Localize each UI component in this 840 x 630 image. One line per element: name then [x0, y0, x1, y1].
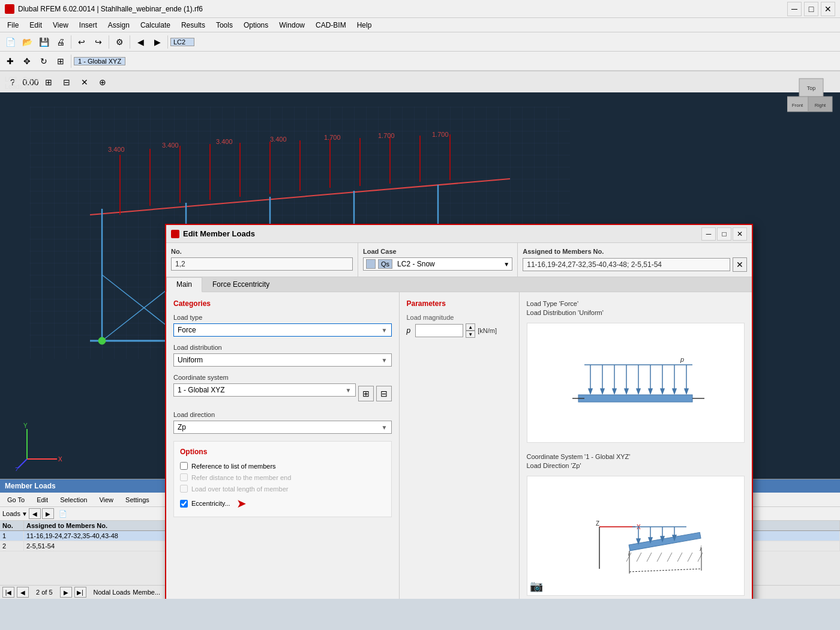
svg-marker-57 — [637, 389, 640, 394]
dialog-fields-row: No. Load Case Qs LC2 - Snow ▼ — [166, 243, 752, 277]
menu-tools[interactable]: Tools — [211, 20, 238, 31]
tb-zoom-all[interactable]: ⊞ — [53, 53, 68, 69]
load-type-arrow: ▼ — [382, 327, 388, 334]
tb-new[interactable]: 📄 — [2, 34, 18, 50]
load-dist-label: Load distribution — [173, 344, 392, 351]
tb-redo[interactable]: ↪ — [91, 34, 106, 50]
tb-lc-next[interactable]: ▶ — [149, 34, 165, 50]
spin-btns: ▲ ▼ — [466, 323, 475, 338]
svg-marker-59 — [649, 389, 652, 394]
load-over-checkbox — [180, 485, 188, 493]
eccentricity-label: Eccentricity... — [191, 500, 230, 507]
assigned-members-input[interactable] — [523, 258, 730, 271]
load-dir-select[interactable]: Zp ▼ — [173, 421, 392, 434]
menu-help[interactable]: Help — [352, 20, 377, 31]
clear-members-btn[interactable]: ✕ — [733, 257, 747, 272]
no-input[interactable] — [171, 257, 353, 271]
svg-marker-55 — [625, 389, 628, 394]
coord-sys-select[interactable]: 1 - Global XYZ ▼ — [173, 383, 356, 397]
coord-system-select[interactable]: 1 - Global XYZ — [74, 57, 125, 65]
svg-text:p: p — [680, 356, 684, 363]
tb-undo[interactable]: ↩ — [74, 34, 89, 50]
tb-select[interactable]: ✚ — [2, 53, 18, 69]
param-p: p — [407, 326, 411, 335]
coord-sys-btn1[interactable]: ⊞ — [358, 386, 374, 401]
load-case-select[interactable]: Qs LC2 - Snow ▼ — [363, 257, 512, 271]
minimize-button[interactable]: ─ — [787, 2, 802, 16]
title-bar-text: Dlubal RFEM 6.02.0014 | Stahlhalle_webin… — [18, 5, 203, 13]
dialog-title: Edit Member Loads — [171, 229, 255, 238]
menu-calculate[interactable]: Calculate — [136, 20, 175, 31]
menu-cad-bim[interactable]: CAD-BIM — [311, 20, 351, 31]
info-line4: Load Direction 'Zp' — [527, 461, 745, 470]
svg-line-94 — [629, 569, 701, 572]
categories-header: Categories — [173, 299, 392, 308]
menu-file[interactable]: File — [2, 20, 23, 31]
direction-svg: Z X — [551, 491, 719, 581]
load-type-label: Load type — [173, 314, 392, 321]
menu-assign[interactable]: Assign — [103, 20, 134, 31]
spin-down[interactable]: ▼ — [466, 331, 475, 338]
refer-dist-checkbox — [180, 473, 188, 481]
toolbar-2: ✚ ✥ ↻ ⊞ 1 - Global XYZ — [0, 52, 840, 71]
tb-save[interactable]: 💾 — [36, 34, 52, 50]
sep5 — [71, 55, 71, 68]
red-arrow-icon: ➤ — [236, 496, 247, 511]
assigned-members-group: Assigned to Members No. ✕ — [518, 243, 752, 277]
menu-view[interactable]: View — [48, 20, 73, 31]
tb-print[interactable]: 🖨 — [53, 34, 68, 50]
maximize-button[interactable]: □ — [804, 2, 818, 16]
coord-sys-arrow: ▼ — [346, 387, 352, 394]
sep1 — [71, 35, 71, 49]
tb-lc-prev[interactable]: ◀ — [133, 34, 148, 50]
tb-rotate[interactable]: ↻ — [36, 53, 52, 69]
svg-line-90 — [688, 553, 692, 562]
menu-results[interactable]: Results — [176, 20, 210, 31]
coord-sys-btn2[interactable]: ⊟ — [376, 386, 392, 401]
load-dist-value: Uniform — [178, 356, 382, 364]
tb-open[interactable]: 📂 — [19, 34, 35, 50]
info-line2: Load Distribution 'Uniform' — [527, 308, 745, 317]
camera-icon[interactable]: 📷 — [530, 580, 543, 593]
title-bar-left: Dlubal RFEM 6.02.0014 | Stahlhalle_webin… — [5, 4, 203, 14]
no-label: No. — [171, 248, 353, 255]
ref-to-list-checkbox[interactable] — [180, 462, 188, 470]
param-p-input[interactable] — [415, 324, 463, 337]
dialog-controls[interactable]: ─ □ ✕ — [701, 227, 747, 241]
param-unit: [kN/m] — [478, 327, 497, 334]
title-bar-controls[interactable]: ─ □ ✕ — [787, 2, 835, 16]
tab-main[interactable]: Main — [166, 277, 202, 292]
force-diagram: p — [527, 323, 745, 443]
coord-sys-row: 1 - Global XYZ ▼ ⊞ ⊟ — [173, 383, 392, 404]
load-over-label: Load over total length of member — [191, 485, 288, 493]
menu-options[interactable]: Options — [239, 20, 273, 31]
load-type-select[interactable]: Force ▼ — [173, 323, 392, 337]
close-button[interactable]: ✕ — [821, 2, 835, 16]
svg-rect-47 — [578, 395, 692, 402]
load-dist-select[interactable]: Uniform ▼ — [173, 353, 392, 367]
menu-bar: File Edit View Insert Assign Calculate R… — [0, 18, 840, 32]
tb-move[interactable]: ✥ — [19, 53, 35, 69]
dialog-maximize[interactable]: □ — [717, 227, 731, 241]
svg-marker-49 — [589, 389, 592, 394]
tab-force-eccentricity[interactable]: Force Eccentricity — [202, 277, 280, 292]
menu-edit[interactable]: Edit — [25, 20, 47, 31]
sep4 — [167, 35, 168, 49]
menu-insert[interactable]: Insert — [74, 20, 102, 31]
dialog-minimize[interactable]: ─ — [701, 227, 716, 241]
spin-up[interactable]: ▲ — [466, 323, 475, 331]
svg-line-86 — [647, 553, 652, 562]
app-icon — [5, 4, 14, 14]
diagram-section: Load Type 'Force' Load Distribution 'Uni… — [520, 292, 752, 599]
tb-calc[interactable]: ⚙ — [112, 34, 127, 50]
main-area: LC2 - Snow Loads [kN/m] — [0, 71, 840, 599]
edit-member-loads-dialog: Edit Member Loads ─ □ ✕ No. Load Case — [165, 224, 753, 599]
dialog-close[interactable]: ✕ — [733, 227, 747, 241]
svg-line-88 — [667, 553, 672, 562]
menu-window[interactable]: Window — [274, 20, 310, 31]
options-header: Options — [180, 448, 385, 456]
eccentricity-checkbox[interactable] — [180, 500, 188, 508]
title-bar: Dlubal RFEM 6.02.0014 | Stahlhalle_webin… — [0, 0, 840, 18]
svg-marker-65 — [685, 389, 688, 394]
svg-marker-61 — [661, 389, 664, 394]
